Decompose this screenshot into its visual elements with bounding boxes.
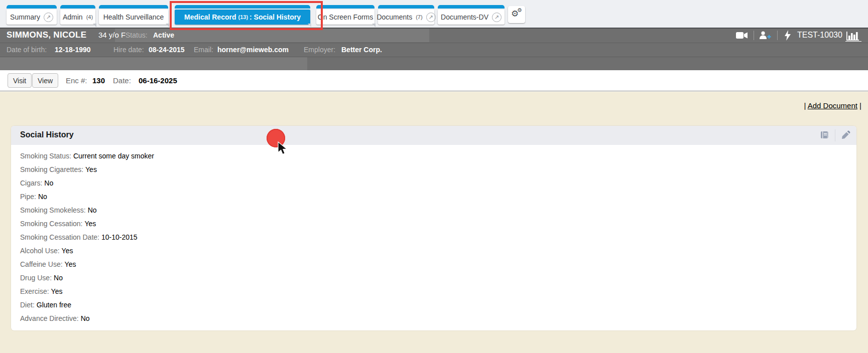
dob-value: 12-18-1990	[55, 46, 91, 54]
tab-count: (7)	[416, 14, 422, 20]
tab-label: Health Surveillance	[103, 13, 164, 21]
dropdown-fold-icon	[93, 24, 96, 27]
tab-settings-button[interactable]: ⚙ ⚙	[508, 6, 525, 23]
tab-top-accent	[438, 5, 505, 9]
field-smoking-cessation-date: Smoking Cessation Date:10-10-2015	[20, 231, 856, 244]
tab-top-accent	[7, 5, 57, 9]
pencil-icon[interactable]	[840, 130, 850, 140]
enc-number-value: 130	[92, 76, 105, 85]
social-history-panel-header: Social History	[11, 126, 856, 145]
add-document-bar: | Add Document |	[804, 101, 861, 110]
hire-date-value: 08-24-2015	[149, 46, 185, 54]
field-drug-use: Drug Use:No	[20, 271, 856, 285]
field-diet: Diet:Gluten free	[20, 298, 856, 312]
tab-label: Documents	[377, 13, 412, 21]
patient-age-sex: 34 y/o F	[98, 31, 126, 39]
panel-title: Social History	[20, 130, 74, 139]
patient-header-row-1: SIMMONS, NICOLE 34 y/o F Status: Active …	[0, 29, 868, 42]
enc-date-value: 06-16-2025	[139, 76, 177, 85]
tab-label: Medical Record	[184, 13, 236, 21]
external-link-icon[interactable]: ↗	[492, 13, 502, 22]
visit-button[interactable]: Visit	[8, 73, 32, 88]
field-smoking-smokeless: Smoking Smokeless:No	[20, 204, 856, 217]
separator: |	[859, 101, 861, 110]
dropdown-fold-icon	[166, 24, 169, 27]
add-person-icon[interactable]	[759, 31, 771, 42]
field-advance-directive: Advance Directive:No	[20, 312, 856, 325]
patient-name: SIMMONS, NICOLE	[7, 30, 86, 40]
tab-sublabel: : Social History	[250, 13, 301, 21]
employer-value: Better Corp.	[341, 46, 382, 54]
field-cigars: Cigars:No	[20, 176, 856, 190]
enc-number-label: Enc #:	[66, 76, 87, 85]
field-alcohol-use: Alcohol Use:Yes	[20, 244, 856, 258]
tab-top-accent	[60, 5, 95, 9]
patient-header-row-3	[0, 57, 868, 70]
tab-on-screen-forms[interactable]: On Screen Forms	[316, 5, 375, 25]
field-smoking-status: Smoking Status:Current some day smoker	[20, 149, 856, 163]
employer-label: Employer:	[304, 46, 335, 54]
enc-date-label: Date:	[113, 76, 131, 85]
tab-top-accent	[99, 5, 168, 9]
tab-count: (13)	[238, 14, 249, 20]
patient-header: SIMMONS, NICOLE 34 y/o F Status: Active …	[0, 29, 868, 70]
email-value: horner@mieweb.com	[217, 46, 289, 54]
hire-date-label: Hire date:	[113, 46, 144, 54]
view-button[interactable]: View	[32, 73, 58, 88]
tab-count: (4)	[86, 14, 93, 20]
book-icon[interactable]	[820, 130, 830, 140]
tab-top-accent	[175, 5, 310, 9]
tab-label: Summary	[10, 13, 40, 21]
dob-label: Date of birth:	[7, 46, 47, 54]
status-label: Status:	[126, 31, 148, 39]
video-camera-icon[interactable]	[736, 32, 748, 41]
field-smoking-cigarettes: Smoking Cigarettes:Yes	[20, 163, 856, 176]
patient-header-row-2: Date of birth: 12-18-1990 Hire date: 08-…	[0, 43, 868, 56]
tab-top-accent	[316, 5, 375, 9]
external-link-icon[interactable]: ↗	[44, 13, 53, 22]
encounter-bar: Visit View Enc #: 130 Date: 06-16-2025	[0, 70, 868, 91]
chart-id: TEST-10030	[797, 31, 842, 40]
email-label: Email:	[194, 46, 213, 54]
tab-medical-record-active[interactable]: Medical Record (13) : Social History	[175, 5, 310, 25]
field-smoking-cessation: Smoking Cessation:Yes	[20, 217, 856, 231]
separator: |	[804, 101, 806, 110]
main-content-area: | Add Document | Social History	[0, 92, 868, 353]
tab-documents-dv[interactable]: Documents-DV ↗	[438, 5, 505, 25]
dropdown-fold-icon	[308, 24, 311, 27]
tab-top-accent	[378, 5, 434, 9]
field-caffeine-use: Caffeine Use:Yes	[20, 258, 856, 271]
tab-summary[interactable]: Summary ↗	[7, 5, 57, 25]
app-window: Summary ↗ Admin (4) Health Surveillance …	[0, 0, 868, 353]
tab-documents[interactable]: Documents (7) ↗	[378, 5, 434, 25]
external-link-icon[interactable]: ↗	[426, 13, 436, 22]
tab-health-surveillance[interactable]: Health Surveillance	[99, 5, 168, 25]
lightning-icon[interactable]	[785, 30, 791, 43]
tab-label: Admin	[63, 13, 83, 21]
chart-tab-bar: Summary ↗ Admin (4) Health Surveillance …	[0, 0, 868, 29]
dropdown-fold-icon	[372, 24, 376, 27]
tab-label: Documents-DV	[441, 13, 488, 21]
header-highlight-box	[0, 57, 307, 71]
add-document-link[interactable]: Add Document	[808, 101, 857, 110]
tab-label: On Screen Forms	[318, 13, 373, 21]
icon-divider	[835, 129, 835, 141]
field-pipe: Pipe:No	[20, 190, 856, 204]
bar-chart-icon[interactable]	[845, 30, 861, 44]
tab-admin[interactable]: Admin (4)	[60, 5, 95, 25]
field-exercise: Exercise:Yes	[20, 285, 856, 298]
status-value: Active	[153, 31, 174, 39]
social-history-fields: Smoking Status:Current some day smoker S…	[11, 145, 856, 330]
gears-icon: ⚙	[517, 8, 522, 13]
social-history-panel: Social History	[11, 126, 856, 330]
